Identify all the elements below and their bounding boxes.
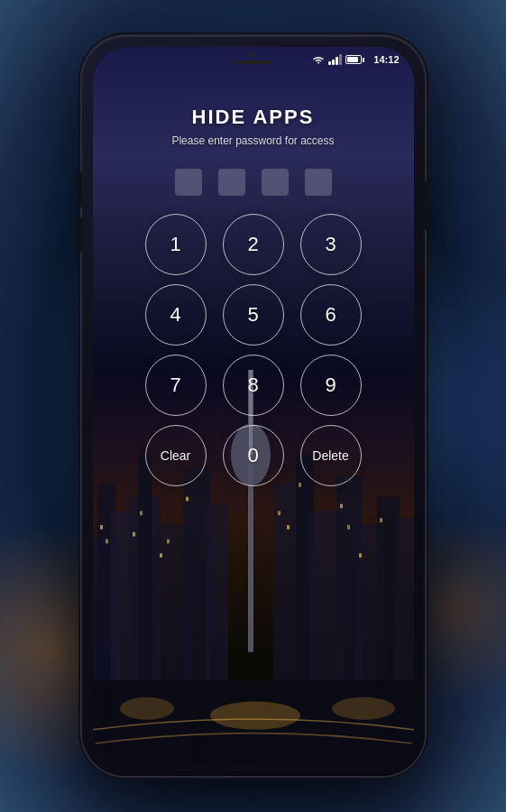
key-4[interactable]: 4	[145, 284, 207, 346]
key-7[interactable]: 7	[145, 355, 207, 416]
key-6[interactable]: 6	[300, 284, 362, 346]
wifi-icon	[312, 54, 325, 65]
key-5[interactable]: 5	[223, 284, 284, 346]
pwd-dot-3	[262, 169, 289, 196]
pwd-dot-4	[305, 169, 332, 196]
status-icons: 14:12	[312, 54, 399, 65]
camera-dot	[251, 52, 256, 58]
battery-icon	[345, 55, 364, 64]
key-9[interactable]: 9	[300, 355, 362, 416]
phone-frame: 14:12 HIDE APPS Please enter password fo…	[82, 36, 425, 776]
delete-button[interactable]: Delete	[300, 425, 362, 486]
numpad-row-2: 4 5 6	[145, 284, 362, 346]
numpad-row-1: 1 2 3	[145, 214, 362, 275]
notch	[235, 47, 271, 64]
time-display: 14:12	[373, 54, 399, 65]
volume-down-button[interactable]	[78, 217, 82, 253]
speaker-bar	[235, 60, 271, 64]
password-dots	[175, 169, 332, 196]
phone-screen: 14:12 HIDE APPS Please enter password fo…	[93, 47, 414, 765]
key-3[interactable]: 3	[300, 214, 362, 275]
numpad-row-3: 7 8 9	[145, 355, 362, 416]
power-button[interactable]	[425, 180, 429, 230]
pwd-dot-1	[175, 169, 202, 196]
app-title: HIDE APPS	[192, 106, 315, 129]
clear-button[interactable]: Clear	[145, 425, 207, 486]
signal-icon	[328, 54, 342, 65]
key-8[interactable]: 8	[223, 355, 284, 416]
volume-up-button[interactable]	[78, 171, 82, 208]
numpad-row-4: Clear 0 Delete	[145, 425, 362, 486]
app-subtitle: Please enter password for access	[171, 134, 334, 147]
numpad: 1 2 3 4 5 6 7 8 9 Clear 0 Delete	[145, 214, 362, 486]
key-2[interactable]: 2	[223, 214, 284, 275]
key-1[interactable]: 1	[145, 214, 207, 275]
main-content: HIDE APPS Please enter password for acce…	[93, 78, 414, 765]
key-0[interactable]: 0	[223, 425, 284, 486]
pwd-dot-2	[218, 169, 245, 196]
